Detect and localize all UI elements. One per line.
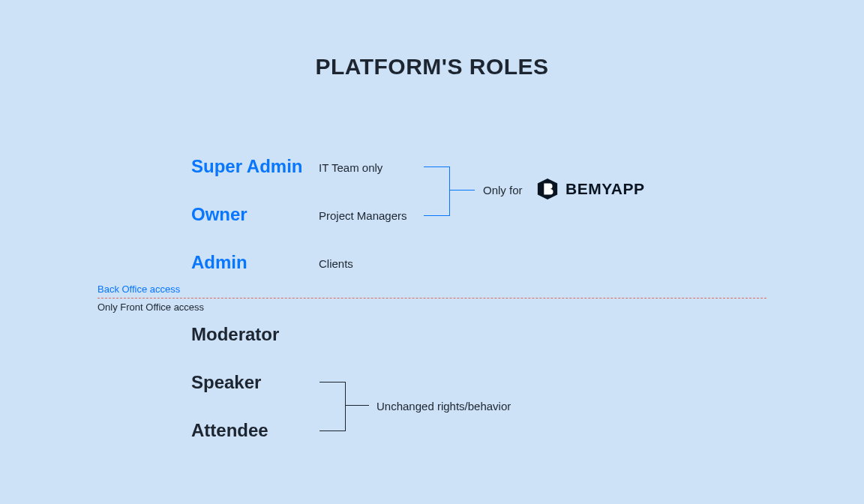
- access-divider: [98, 298, 766, 298]
- role-owner-desc: Project Managers: [319, 209, 407, 222]
- role-admin-desc: Clients: [319, 257, 353, 270]
- only-for-label: Only for: [483, 184, 523, 196]
- role-attendee: Attendee: [191, 420, 268, 441]
- role-super-admin-desc: IT Team only: [319, 161, 382, 174]
- bracket-bottom: [320, 382, 346, 431]
- brand-logo: BEMYAPP: [536, 178, 644, 200]
- bracket-bottom-stem: [345, 405, 369, 406]
- unchanged-label: Unchanged rights/behavior: [376, 400, 511, 412]
- bracket-top-stem: [449, 190, 475, 190]
- role-owner: Owner: [191, 204, 248, 225]
- divider-label-back-office: Back Office access: [98, 284, 180, 295]
- bracket-top: [424, 166, 450, 216]
- divider-label-front-office: Only Front Office access: [98, 302, 204, 313]
- role-speaker: Speaker: [191, 372, 261, 393]
- role-moderator: Moderator: [191, 324, 279, 345]
- brand-logo-icon: [536, 178, 559, 200]
- role-admin: Admin: [191, 252, 248, 273]
- brand-logo-text: BEMYAPP: [566, 180, 644, 198]
- role-super-admin: Super Admin: [191, 156, 302, 177]
- diagram-canvas: PLATFORM'S ROLES Super Admin IT Team onl…: [0, 0, 864, 504]
- page-title: PLATFORM'S ROLES: [0, 54, 864, 80]
